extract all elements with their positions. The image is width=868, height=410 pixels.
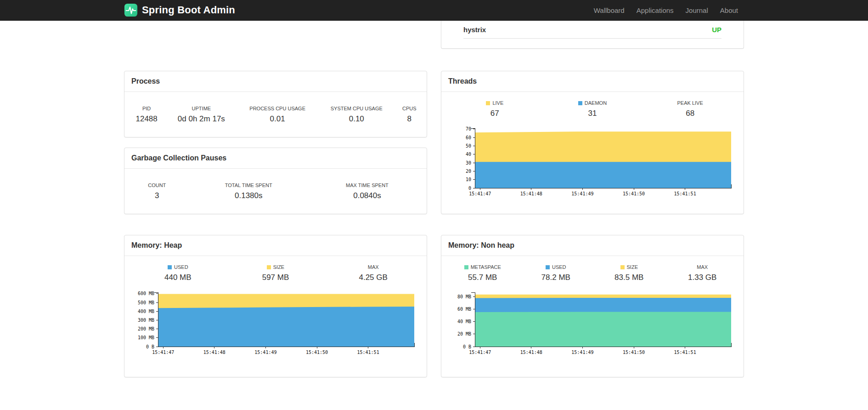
svg-text:20 MB: 20 MB: [457, 331, 471, 336]
svg-text:15:41:47: 15:41:47: [469, 350, 491, 355]
process-stats: PID 12488 UPTIME 0d 0h 2m 17s PROCESS CP…: [127, 106, 424, 124]
svg-text:50: 50: [466, 143, 471, 148]
legend-live: LIVE 67: [446, 100, 544, 118]
heap-used-swatch-icon: [168, 265, 172, 269]
svg-text:40 MB: 40 MB: [457, 319, 471, 324]
nav-links: Wallboard Applications Journal About: [588, 6, 744, 14]
svg-text:60 MB: 60 MB: [457, 307, 471, 312]
memory-nonheap-panel: Memory: Non heap METASPACE 55.7 MB USED …: [441, 235, 744, 377]
threads-legend: LIVE 67 DAEMON 31 PEAK LIVE 68: [441, 92, 744, 118]
stat-gc-count: COUNT 3: [127, 182, 187, 200]
svg-text:100 MB: 100 MB: [138, 335, 154, 340]
svg-text:300 MB: 300 MB: [138, 318, 154, 323]
svg-text:15:41:48: 15:41:48: [520, 191, 542, 196]
nav-item-about[interactable]: About: [714, 6, 744, 14]
app-title: Spring Boot Admin: [142, 4, 235, 16]
memory-nonheap-legend: METASPACE 55.7 MB USED 78.2 MB SIZE 83.5…: [441, 256, 744, 282]
heap-size-swatch-icon: [267, 265, 271, 269]
legend-heap-used: USED 440 MB: [129, 264, 227, 282]
application-name[interactable]: hystrix: [463, 26, 486, 34]
threads-panel-title: Threads: [441, 71, 744, 92]
svg-text:30: 30: [466, 160, 471, 165]
memory-heap-chart: 0 B100 MB200 MB300 MB400 MB500 MB600 MB1…: [131, 288, 420, 359]
svg-text:15:41:50: 15:41:50: [623, 350, 645, 355]
navbar: Spring Boot Admin Wallboard Applications…: [0, 0, 868, 21]
stat-gc-max-time: MAX TIME SPENT 0.0840s: [310, 182, 424, 200]
nonheap-size-swatch-icon: [620, 265, 625, 269]
legend-metaspace: METASPACE 55.7 MB: [446, 264, 519, 282]
panel-spacer: [441, 39, 744, 48]
legend-nonheap-max: MAX 1.33 GB: [666, 264, 739, 282]
gc-panel-title: Garbage Collection Pauses: [124, 148, 427, 169]
legend-heap-size: SIZE 597 MB: [227, 264, 325, 282]
live-swatch-icon: [486, 101, 490, 105]
svg-text:20: 20: [466, 169, 471, 174]
nav-item-journal[interactable]: Journal: [680, 6, 714, 14]
svg-text:15:41:48: 15:41:48: [203, 350, 225, 355]
svg-text:15:41:48: 15:41:48: [520, 350, 542, 355]
stat-process-cpu-usage: PROCESS CPU USAGE 0.01: [237, 106, 318, 124]
svg-text:15:41:49: 15:41:49: [254, 350, 276, 355]
svg-text:15:41:50: 15:41:50: [623, 191, 645, 196]
legend-daemon: DAEMON 31: [544, 100, 642, 118]
metaspace-swatch-icon: [464, 265, 468, 269]
memory-nonheap-panel-title: Memory: Non heap: [441, 235, 744, 256]
legend-nonheap-size: SIZE 83.5 MB: [592, 264, 666, 282]
left-column-spacer: [124, 21, 427, 49]
stat-gc-total-time: TOTAL TIME SPENT 0.1380s: [187, 182, 310, 200]
daemon-swatch-icon: [578, 101, 582, 105]
svg-text:0: 0: [468, 186, 471, 191]
brand-link[interactable]: Spring Boot Admin: [124, 3, 235, 17]
svg-text:70: 70: [466, 126, 471, 131]
svg-text:0 B: 0 B: [146, 344, 154, 349]
svg-text:15:41:51: 15:41:51: [674, 350, 696, 355]
svg-text:600 MB: 600 MB: [138, 291, 154, 296]
stat-pid: PID 12488: [127, 106, 166, 124]
memory-heap-panel: Memory: Heap USED 440 MB SIZE 597 MB MAX…: [124, 235, 427, 377]
svg-text:15:41:50: 15:41:50: [306, 350, 328, 355]
nav-item-wallboard[interactable]: Wallboard: [588, 6, 631, 14]
svg-text:200 MB: 200 MB: [138, 326, 154, 331]
svg-text:15:41:49: 15:41:49: [571, 350, 593, 355]
main-content: hystrix UP Process PID 12488: [117, 21, 751, 377]
process-panel-title: Process: [124, 71, 427, 92]
memory-heap-panel-title: Memory: Heap: [124, 235, 427, 256]
nav-item-applications[interactable]: Applications: [631, 6, 680, 14]
threads-panel: Threads LIVE 67 DAEMON 31 PEAK LIVE 68: [441, 71, 744, 214]
svg-text:40: 40: [466, 152, 471, 157]
process-panel: Process PID 12488 UPTIME 0d 0h 2m 17s PR…: [124, 71, 427, 137]
svg-text:400 MB: 400 MB: [138, 309, 154, 314]
svg-text:0 B: 0 B: [463, 344, 471, 349]
legend-nonheap-used: USED 78.2 MB: [519, 264, 593, 282]
svg-text:60: 60: [466, 135, 471, 140]
status-badge: UP: [712, 26, 721, 34]
row-memory: Memory: Heap USED 440 MB SIZE 597 MB MAX…: [124, 235, 744, 377]
svg-text:15:41:51: 15:41:51: [357, 350, 379, 355]
memory-nonheap-chart: 0 B20 MB40 MB60 MB80 MB15:41:4715:41:481…: [448, 288, 737, 359]
application-status-panel: hystrix UP: [441, 21, 744, 49]
svg-text:15:41:49: 15:41:49: [571, 191, 593, 196]
nonheap-used-swatch-icon: [546, 265, 550, 269]
gc-panel: Garbage Collection Pauses COUNT 3 TOTAL …: [124, 148, 427, 214]
row-process-threads: Process PID 12488 UPTIME 0d 0h 2m 17s PR…: [124, 71, 744, 214]
application-row[interactable]: hystrix UP: [463, 21, 721, 39]
svg-text:15:41:47: 15:41:47: [469, 191, 491, 196]
svg-text:80 MB: 80 MB: [457, 294, 471, 299]
legend-peak-live: PEAK LIVE 68: [641, 100, 739, 118]
row-application: hystrix UP: [124, 21, 744, 49]
svg-text:15:41:51: 15:41:51: [674, 191, 696, 196]
threads-chart: 01020304050607015:41:4715:41:4815:41:491…: [448, 124, 737, 200]
stat-cpus: CPUS 8: [395, 106, 424, 124]
svg-text:10: 10: [466, 177, 471, 182]
svg-text:15:41:47: 15:41:47: [152, 350, 174, 355]
memory-heap-legend: USED 440 MB SIZE 597 MB MAX 4.25 GB: [124, 256, 427, 282]
spring-boot-admin-logo-icon: [124, 3, 138, 17]
stat-system-cpu-usage: SYSTEM CPU USAGE 0.10: [318, 106, 395, 124]
legend-heap-max: MAX 4.25 GB: [324, 264, 422, 282]
stat-uptime: UPTIME 0d 0h 2m 17s: [166, 106, 237, 124]
gc-stats: COUNT 3 TOTAL TIME SPENT 0.1380s MAX TIM…: [127, 182, 424, 200]
svg-text:500 MB: 500 MB: [138, 300, 154, 305]
